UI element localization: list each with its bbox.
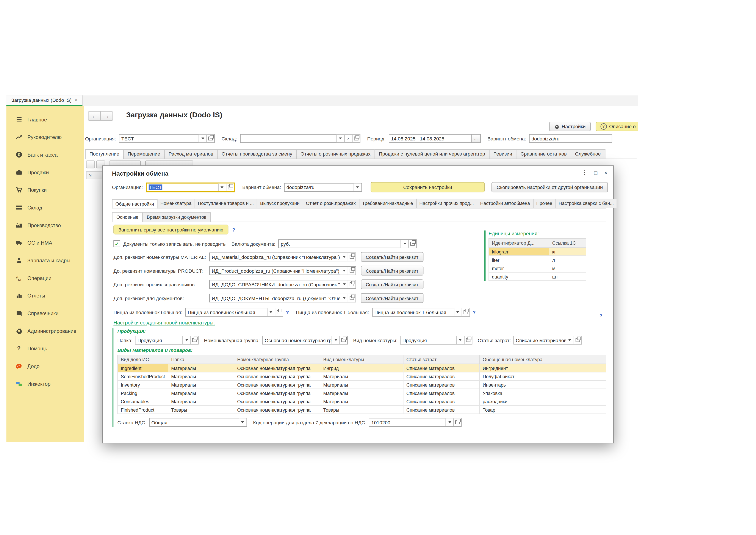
units-row[interactable]: quantityшт (489, 272, 586, 281)
dropdown-icon[interactable] (400, 240, 408, 248)
open-icon[interactable] (348, 253, 356, 261)
tab-sluzhebnoe[interactable]: Служебное (571, 149, 605, 158)
sidebar-item-dodo[interactable]: Додо (6, 361, 84, 371)
open-icon[interactable] (190, 336, 198, 344)
tab-rashod-materialov[interactable]: Расход материалов (164, 149, 218, 158)
open-icon[interactable] (348, 267, 356, 274)
open-icon[interactable] (206, 135, 214, 142)
requisite-documents-field[interactable]: ИД_ДОДО_ДОКУМЕНТЫ_dodopizza_ru (Документ… (209, 294, 356, 302)
copy-settings-button[interactable]: Скопировать настройки от другой организа… (492, 182, 608, 192)
sidebar-item-reports[interactable]: Отчеты (6, 290, 84, 300)
sidebar-item-home[interactable]: Главное (6, 114, 84, 125)
help-mark[interactable]: ? (232, 227, 235, 232)
materials-row-semifinished[interactable]: SemiFinishedProductМатериалыОсновная ном… (118, 372, 606, 380)
tab-prodazhi-nulevoy[interactable]: Продажи с нулевой ценой или через агрега… (374, 149, 490, 158)
sidebar-item-injector[interactable]: Инжектор (6, 378, 84, 388)
tab-trebovaniya-nakladnye[interactable]: Требования-накладные (359, 199, 417, 208)
sidebar-item-purchases[interactable]: Покупки (6, 184, 84, 195)
warehouse-field[interactable]: × (240, 134, 360, 143)
dropdown-icon[interactable] (332, 336, 339, 344)
organization-field[interactable]: ТЕСТ (119, 134, 215, 143)
pizza-left-field[interactable]: Пицца из половинок большая (185, 308, 283, 317)
units-row[interactable]: literл (489, 256, 586, 264)
tab-close-icon[interactable]: × (75, 97, 77, 103)
subtab-vremya-zagruzki[interactable]: Время загрузки документов (142, 212, 211, 222)
dropdown-icon[interactable] (340, 294, 348, 302)
open-icon[interactable] (348, 280, 356, 288)
forward-button[interactable]: → (101, 111, 113, 121)
sidebar-item-help[interactable]: ? Помощь (6, 343, 84, 353)
help-mark[interactable]: ? (473, 310, 476, 315)
materials-row-ingredient[interactable]: IngredientМатериалыОсновная номенклатурн… (118, 364, 606, 372)
sidebar-item-references[interactable]: Справочники (6, 308, 84, 318)
requisite-material-field[interactable]: ИД_Material_dodopizza_ru (Справочник "Но… (209, 253, 356, 262)
requisite-product-field[interactable]: ИД_Product_dodopizza_ru (Справочник "Ном… (209, 266, 356, 275)
open-icon[interactable] (462, 308, 469, 316)
dropdown-icon[interactable] (453, 308, 461, 316)
op-code-field[interactable]: 1010200 (369, 418, 462, 427)
sidebar-item-bank[interactable]: ₽ Банк и касса (6, 149, 84, 160)
open-icon[interactable] (226, 183, 233, 191)
create-find-button[interactable]: Создать/Найти реквизит (361, 266, 423, 275)
tab-postuplenie[interactable]: Поступление (85, 149, 124, 159)
materials-row-inventory[interactable]: InventoryМатериалыОсновная номенклатурна… (118, 380, 606, 389)
create-find-button[interactable]: Создать/Найти реквизит (361, 252, 423, 262)
tab-otchety-roznichnyh[interactable]: Отчеты о розничных продажах (296, 149, 375, 158)
nom-group-field[interactable]: Основная номенклатурная груп (262, 336, 348, 345)
dropdown-icon[interactable] (182, 336, 190, 344)
dropdown-icon[interactable] (238, 418, 246, 426)
window-tab-active[interactable]: Загрузка данных (Dodo IS) × (6, 95, 83, 106)
description-button[interactable]: ? Описание о (595, 122, 638, 131)
materials-row-packing[interactable]: PackingМатериалыОсновная номенклатурная … (118, 389, 606, 397)
save-settings-button[interactable]: Сохранить настройки (370, 182, 485, 192)
sidebar-item-manager[interactable]: Руководителю (6, 131, 84, 142)
open-icon[interactable] (352, 135, 360, 142)
open-icon[interactable] (408, 240, 416, 248)
units-row[interactable]: meterм (489, 264, 586, 272)
tab-nomenklatura[interactable]: Номенклатура (157, 199, 195, 208)
sidebar-item-salary[interactable]: Зарплата и кадры (6, 255, 84, 265)
dropdown-icon[interactable] (336, 135, 344, 142)
dialog-organization-field[interactable]: ТЕСТ (146, 182, 234, 192)
open-icon[interactable] (275, 308, 283, 316)
write-only-checkbox[interactable]: ✓ (113, 240, 120, 247)
currency-field[interactable]: руб. (278, 239, 417, 248)
tab-postuplenie-tovarov[interactable]: Поступление товаров и ... (195, 199, 257, 208)
maximize-icon[interactable]: □ (594, 170, 597, 175)
tab-peremeschenie[interactable]: Перемещение (123, 149, 165, 158)
back-button[interactable]: ← (88, 111, 101, 121)
help-mark[interactable]: ? (600, 313, 603, 318)
sidebar-item-sales[interactable]: Продажи (6, 167, 84, 177)
clear-icon[interactable]: × (344, 135, 352, 142)
materials-row-finishedproduct[interactable]: FinishedProductТоварыОсновная номенклату… (118, 405, 606, 414)
sidebar-item-operations[interactable]: ДтКт Операции (6, 273, 84, 283)
units-row[interactable]: kilogramкг (489, 247, 586, 256)
requisite-references-field[interactable]: ИД_ДОДО_СПРАВОЧНИКИ_dodopizza_ru (Справо… (209, 280, 356, 289)
sidebar-item-production[interactable]: Производство (6, 220, 84, 230)
dropdown-icon[interactable] (218, 183, 226, 191)
tab-avtoobmen[interactable]: Настройки автообмена (477, 199, 533, 208)
vat-field[interactable]: Общая (149, 418, 247, 427)
folder-field[interactable]: Продукция (135, 336, 199, 345)
tab-sverka-bank[interactable]: Настройка сверки с бан... (555, 199, 617, 208)
subtab-osnovnye[interactable]: Основные (112, 212, 143, 222)
sidebar-item-warehouse[interactable]: Склад (6, 202, 84, 212)
tab-revizii[interactable]: Ревизии (489, 149, 517, 158)
tab-vypusk-produkcii[interactable]: Выпуск продукции (257, 199, 303, 208)
tab-prochee[interactable]: Прочее (533, 199, 556, 208)
dropdown-icon[interactable] (340, 280, 348, 288)
more-icon[interactable]: ⋮ (582, 169, 587, 176)
pizza-right-field[interactable]: Пицца из половинок Т большая (372, 308, 470, 317)
dropdown-icon[interactable] (340, 253, 348, 261)
open-icon[interactable] (339, 336, 347, 344)
open-icon[interactable] (464, 336, 472, 344)
fill-defaults-button[interactable]: Заполнить сразу все настройки по умолчан… (113, 225, 228, 234)
create-find-button[interactable]: Создать/Найти реквизит (361, 279, 423, 289)
dialog-exchange-variant-field[interactable]: dodopizza/ru (284, 183, 362, 191)
cost-item-field[interactable]: Списание материалов (513, 336, 582, 345)
dropdown-icon[interactable] (267, 308, 275, 316)
dropdown-icon[interactable] (199, 135, 206, 142)
open-icon[interactable] (453, 418, 461, 426)
dropdown-icon[interactable] (353, 183, 361, 191)
sidebar-item-administration[interactable]: Администрирование (6, 325, 84, 336)
